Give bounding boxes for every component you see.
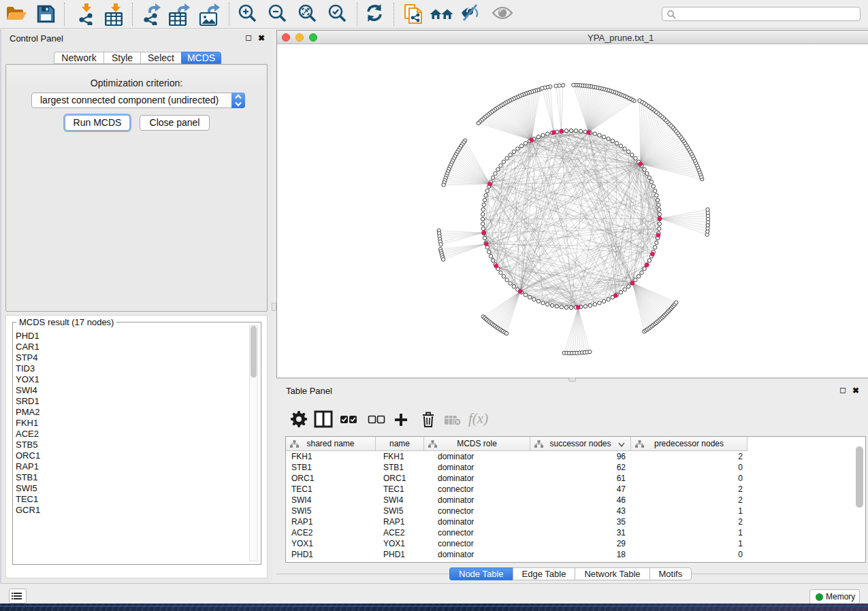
svg-text:f(x): f(x) — [468, 410, 488, 427]
